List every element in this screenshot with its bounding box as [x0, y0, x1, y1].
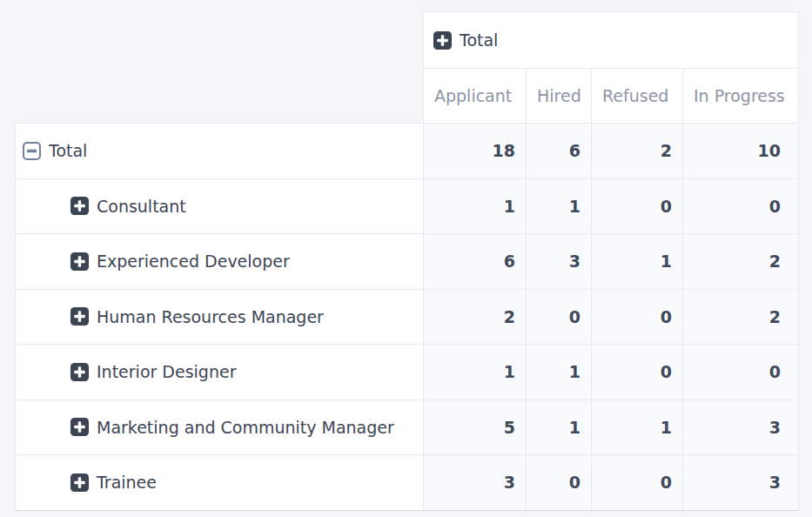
plus-square-icon: [70, 473, 89, 492]
value-cell: 2: [683, 289, 799, 345]
measure-header-in-progress[interactable]: In Progress: [683, 69, 799, 124]
pivot-row-experienced-developer: Experienced Developer 6 3 1 2: [16, 234, 799, 290]
measure-header-hired[interactable]: Hired: [527, 69, 592, 124]
value-cell: 2: [683, 234, 799, 290]
row-label: Trainee: [97, 473, 157, 492]
row-label: Marketing and Community Manager: [97, 418, 394, 437]
pivot-row-interior-designer: Interior Designer 1 1 0 0: [16, 345, 799, 400]
plus-square-icon: [433, 31, 452, 50]
pivot-table-container: Total Applicant Hired Refused In Progres…: [15, 11, 799, 511]
row-label: Total: [49, 141, 87, 160]
row-header-consultant[interactable]: Consultant: [16, 178, 424, 234]
value-cell: 5: [424, 400, 527, 455]
value-cell: 2: [424, 289, 527, 345]
row-header-trainee[interactable]: Trainee: [16, 455, 424, 511]
row-header-interior-designer[interactable]: Interior Designer: [16, 345, 424, 400]
measure-header-refused[interactable]: Refused: [592, 69, 683, 124]
row-header-total[interactable]: Total: [16, 124, 424, 179]
plus-square-icon: [70, 197, 89, 215]
row-header-human-resources-manager[interactable]: Human Resources Manager: [16, 289, 424, 345]
value-cell: 6: [424, 234, 527, 290]
value-cell: 3: [527, 234, 592, 290]
pivot-view: Total Applicant Hired Refused In Progres…: [0, 0, 812, 517]
value-cell: 0: [683, 345, 799, 400]
row-header-experienced-developer[interactable]: Experienced Developer: [16, 234, 424, 290]
pivot-table: Total Applicant Hired Refused In Progres…: [15, 11, 799, 511]
value-cell: 0: [683, 178, 799, 234]
value-cell: 0: [592, 289, 683, 345]
column-group-label: Total: [460, 30, 498, 50]
measure-label: Refused: [602, 86, 668, 105]
measure-label: Hired: [537, 86, 581, 105]
value-cell: 3: [683, 400, 799, 455]
row-label: Interior Designer: [97, 362, 236, 381]
pivot-row-consultant: Consultant 1 1 0 0: [16, 178, 799, 234]
value-cell: 1: [527, 178, 592, 234]
plus-square-icon: [70, 252, 89, 271]
value-cell: 1: [527, 400, 592, 455]
measure-header-applicant[interactable]: Applicant: [424, 69, 527, 124]
value-cell: 1: [527, 345, 592, 400]
pivot-row-total: Total 18 6 2 10: [16, 124, 799, 179]
value-cell: 2: [592, 124, 683, 179]
plus-square-icon: [70, 418, 89, 436]
row-header-marketing-and-community-manager[interactable]: Marketing and Community Manager: [16, 400, 424, 455]
pivot-row-trainee: Trainee 3 0 0 3: [16, 455, 799, 511]
value-cell: 1: [424, 178, 527, 234]
value-cell: 6: [527, 124, 592, 179]
value-cell: 0: [527, 289, 592, 345]
pivot-row-human-resources-manager: Human Resources Manager 2 0 0 2: [16, 289, 799, 345]
minus-square-icon: [23, 142, 41, 160]
value-cell: 0: [592, 345, 683, 400]
value-cell: 1: [424, 345, 527, 400]
value-cell: 3: [683, 455, 799, 511]
value-cell: 10: [683, 124, 799, 179]
row-label: Consultant: [97, 197, 186, 216]
value-cell: 0: [592, 178, 683, 234]
value-cell: 1: [592, 234, 683, 290]
value-cell: 1: [592, 400, 683, 455]
row-label: Human Resources Manager: [97, 307, 324, 326]
plus-square-icon: [70, 363, 89, 381]
measure-label: Applicant: [434, 86, 512, 105]
row-label: Experienced Developer: [97, 252, 290, 271]
pivot-row-marketing-and-community-manager: Marketing and Community Manager 5 1 1 3: [16, 400, 799, 455]
value-cell: 18: [424, 124, 527, 179]
plus-square-icon: [70, 307, 89, 326]
column-group-header-total[interactable]: Total: [424, 12, 799, 69]
pivot-corner-cell: [16, 12, 424, 124]
value-cell: 0: [592, 455, 683, 511]
value-cell: 3: [424, 455, 527, 511]
value-cell: 0: [527, 455, 592, 511]
measure-label: In Progress: [694, 86, 785, 105]
